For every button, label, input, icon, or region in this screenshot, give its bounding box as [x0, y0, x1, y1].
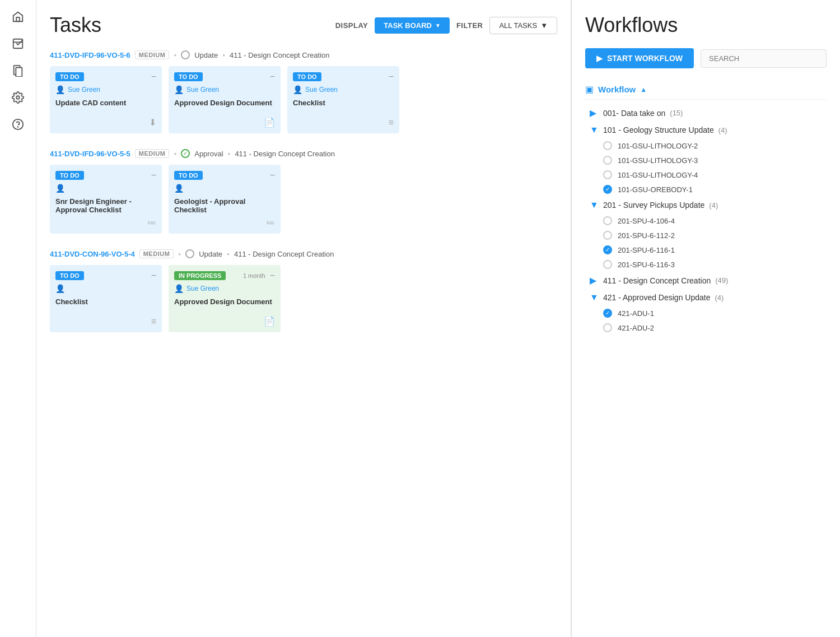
unchecked-radio-icon — [603, 156, 612, 165]
card-user: 👤 — [55, 184, 156, 193]
unchecked-radio-icon — [603, 216, 612, 225]
workflow-collapse-icon: ▣ — [585, 84, 594, 95]
task-group-id[interactable]: 411-DVD-IFD-96-VO-5-6 — [50, 51, 130, 59]
user-avatar-icon: 👤 — [174, 85, 184, 94]
workflow-sub-item[interactable]: 101-GSU-LITHOLOGY-2 — [585, 138, 827, 153]
task-group: 411-DVD-CON-96-VO-5-4MEDIUM●Update●411 -… — [50, 249, 557, 332]
tasks-header: Tasks DISPLAY TASK BOARD ▼ FILTER ALL TA… — [50, 13, 557, 37]
file-icon: 📄 — [264, 316, 275, 327]
task-card[interactable]: TO DO−👤Checklist≡ — [50, 265, 162, 332]
unchecked-radio-icon — [603, 260, 612, 269]
card-minimize-button[interactable]: − — [270, 170, 275, 180]
card-minimize-button[interactable]: − — [389, 72, 394, 82]
tasks-icon[interactable] — [7, 32, 29, 55]
settings-icon[interactable] — [7, 86, 29, 109]
workflow-sub-item[interactable]: 201-SPU-4-106-4 — [585, 213, 827, 228]
card-footer: ≔ — [55, 217, 156, 228]
workflow-sub-item[interactable]: 101-GSU-LITHOLOGY-4 — [585, 168, 827, 182]
start-workflow-button[interactable]: ▶ START WORKFLOW — [585, 48, 694, 68]
card-minimize-button[interactable]: − — [270, 271, 275, 281]
user-avatar-icon: 👤 — [55, 184, 65, 193]
card-status-badge: IN PROGRESS — [174, 271, 226, 280]
card-time: 1 month — [243, 272, 265, 279]
workflow-item-label: 421 - Approved Design Update — [603, 293, 710, 302]
workflow-sub-item[interactable]: 201-SPU-6-112-2 — [585, 228, 827, 243]
task-card[interactable]: TO DO−👤Geologist - Approval Checklist≔ — [169, 165, 281, 234]
workflow-sub-item[interactable]: 101-GSU-OREBODY-1 — [585, 182, 827, 197]
task-group-id[interactable]: 411-DVD-IFD-96-VO-5-5 — [50, 150, 130, 158]
workflow-section-chevron: ▲ — [640, 86, 647, 94]
card-user-name: Sue Green — [305, 86, 338, 94]
task-group-id[interactable]: 411-DVD-CON-96-VO-5-4 — [50, 250, 135, 258]
task-card[interactable]: TO DO−👤Sue GreenChecklist≡ — [287, 66, 399, 133]
download-icon: ⬇ — [149, 117, 156, 128]
user-avatar-icon: 👤 — [55, 284, 65, 293]
card-title: Checklist — [293, 99, 394, 114]
task-group-type: Update — [199, 250, 222, 258]
workflow-sub-item[interactable]: 201-SPU-6-116-1 — [585, 243, 827, 257]
workflows-panel: Workflows ▶ START WORKFLOW ▣ Workflow ▲ … — [571, 0, 840, 637]
workflow-sub-item-label: 201-SPU-6-112-2 — [618, 231, 675, 240]
display-label: DISPLAY — [335, 21, 368, 30]
workflow-section-header[interactable]: ▣ Workflow ▲ — [585, 80, 827, 100]
card-minimize-button[interactable]: − — [270, 72, 275, 82]
checked-radio-icon — [603, 309, 612, 318]
workflow-sub-item[interactable]: 421-ADU-2 — [585, 320, 827, 335]
workflow-item[interactable]: ▶001- Data take on (15) — [585, 104, 827, 122]
list-icon: ≡ — [389, 118, 394, 128]
card-title: Snr Design Engineer - Approval Checklist — [55, 197, 156, 214]
workflow-item-label: 411 - Design Concept Creation — [603, 276, 711, 285]
task-group-name: 411 - Design Concept Creation — [235, 150, 335, 158]
task-card[interactable]: TO DO−👤Sue GreenApproved Design Document… — [169, 66, 281, 133]
card-minimize-button[interactable]: − — [151, 271, 156, 281]
task-group-badge: MEDIUM — [135, 50, 170, 59]
workflow-tree: ▶001- Data take on (15)▼101 - Geology St… — [585, 104, 827, 335]
workflow-sub-item-label: 201-SPU-6-116-3 — [618, 261, 675, 269]
task-card[interactable]: TO DO−👤Snr Design Engineer - Approval Ch… — [50, 165, 162, 234]
card-footer: ≔ — [174, 217, 275, 228]
task-group: 411-DVD-IFD-96-VO-5-5MEDIUM●✓Approval●41… — [50, 149, 557, 234]
card-minimize-button[interactable]: − — [151, 72, 156, 82]
card-minimize-button[interactable]: − — [151, 170, 156, 180]
dot-separator: ● — [222, 53, 225, 58]
tasks-controls: DISPLAY TASK BOARD ▼ FILTER ALL TASKS ▼ — [335, 17, 557, 34]
workflow-sub-item[interactable]: 421-ADU-1 — [585, 306, 827, 320]
workflow-item[interactable]: ▼201 - Survey Pickups Update (4) — [585, 197, 827, 213]
workflow-sub-item[interactable]: 201-SPU-6-116-3 — [585, 257, 827, 272]
svg-point-7 — [18, 127, 18, 127]
card-status-badge: TO DO — [174, 171, 203, 180]
workflow-sub-item[interactable]: 101-GSU-LITHOLOGY-3 — [585, 153, 827, 168]
workflow-toolbar: ▶ START WORKFLOW — [585, 48, 827, 68]
unchecked-radio-icon — [603, 323, 612, 332]
checked-radio-icon — [603, 245, 612, 254]
expand-icon: ▶ — [590, 108, 599, 118]
collapse-icon: ▼ — [590, 292, 599, 303]
workflow-sub-item-label: 201-SPU-6-116-1 — [618, 246, 675, 254]
user-avatar-icon: 👤 — [55, 85, 65, 94]
cards-grid: TO DO−👤Sue GreenUpdate CAD content⬇TO DO… — [50, 66, 557, 133]
workflow-item[interactable]: ▶411 - Design Concept Creation (49) — [585, 272, 827, 289]
play-icon: ▶ — [596, 54, 603, 63]
task-card[interactable]: TO DO−👤Sue GreenUpdate CAD content⬇ — [50, 66, 162, 133]
unchecked-radio-icon — [603, 231, 612, 240]
card-header: TO DO− — [293, 72, 394, 82]
all-tasks-button[interactable]: ALL TASKS ▼ — [489, 17, 557, 34]
card-title: Checklist — [55, 297, 156, 313]
help-icon[interactable] — [7, 113, 29, 136]
workflow-search-input[interactable] — [701, 49, 827, 68]
task-card[interactable]: IN PROGRESS1 month−👤Sue GreenApproved De… — [169, 265, 281, 332]
user-avatar-icon: 👤 — [174, 184, 184, 193]
card-user: 👤Sue Green — [55, 85, 156, 94]
workflow-item[interactable]: ▼101 - Geology Structure Update (4) — [585, 122, 827, 138]
workflow-item-label: 001- Data take on — [603, 109, 665, 118]
card-footer: ≡ — [55, 317, 156, 327]
documents-icon[interactable] — [7, 59, 29, 82]
card-title: Approved Design Document — [174, 297, 275, 313]
card-user-name: Sue Green — [68, 86, 100, 94]
home-icon[interactable] — [7, 6, 29, 28]
workflow-sub-item-label: 421-ADU-2 — [618, 324, 654, 332]
workflows-title: Workflows — [585, 13, 827, 37]
task-board-button[interactable]: TASK BOARD ▼ — [375, 17, 450, 34]
card-user-name: Sue Green — [186, 285, 219, 292]
workflow-item[interactable]: ▼421 - Approved Design Update (4) — [585, 289, 827, 306]
